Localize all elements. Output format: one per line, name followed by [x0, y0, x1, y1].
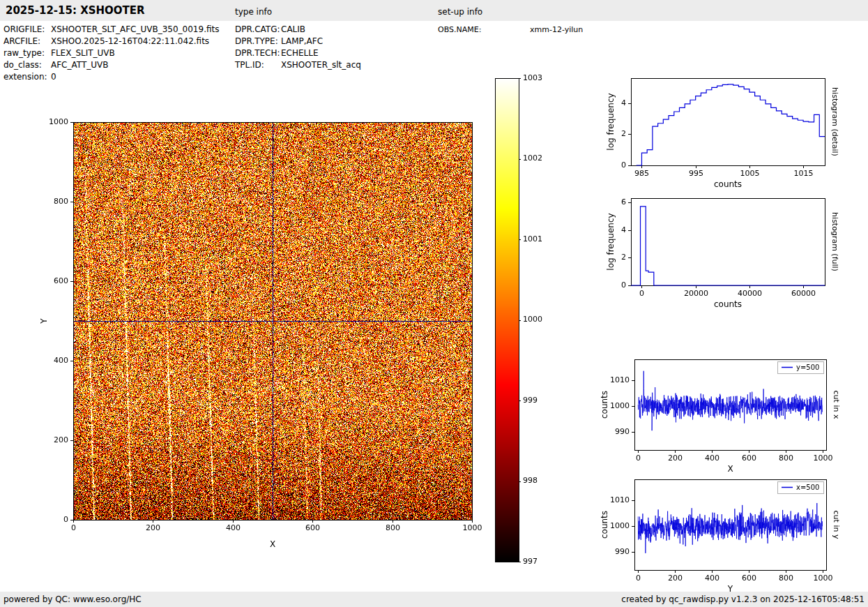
metadata-label: TPL.ID: [235, 59, 281, 71]
detector-image-plot [28, 112, 488, 564]
histogram-full-plot [596, 186, 868, 319]
metadata-value: XSHOOTER_slt_acq [281, 59, 361, 71]
metadata-row: ARCFILE:XSHOO.2025-12-16T04:22:11.042.fi… [3, 36, 219, 47]
metadata-row: DPR.CATG:CALIB [235, 24, 361, 36]
page-title: 2025-12-15: XSHOOTER [6, 4, 145, 17]
footer-right-text: created by qc_rawdisp.py v1.2.3 on 2025-… [621, 594, 865, 604]
metadata-label: do_class: [3, 59, 51, 71]
metadata-label: DPR.TYPE: [235, 36, 281, 47]
metadata-row: TPL.ID:XSHOOTER_slt_acq [235, 59, 361, 71]
metadata-label: ARCFILE: [3, 36, 51, 47]
metadata-label: OBS.NAME: [438, 24, 530, 36]
metadata-row: OBS.NAME:xmm-12-yilun [438, 24, 583, 36]
metadata-value: 0 [51, 71, 56, 83]
metadata-row: ORIGFILE:XSHOOTER_SLT_AFC_UVB_350_0019.f… [3, 24, 219, 36]
metadata-label: ORIGFILE: [3, 24, 51, 36]
type-info-section-label: type info [235, 7, 272, 17]
qc-report-page: { "header": { "title": "2025-12-15: XSHO… [0, 0, 868, 607]
footer-left-text: powered by QC: www.eso.org/HC [3, 594, 142, 604]
setup-info-section-label: set-up info [438, 7, 482, 17]
metadata-label: raw_type: [3, 47, 51, 59]
metadata-label: extension: [3, 71, 51, 83]
metadata-value: ECHELLE [281, 47, 319, 59]
metadata-label: DPR.TECH: [235, 47, 281, 59]
metadata-value: LAMP,AFC [281, 36, 323, 47]
metadata-row: extension:0 [3, 71, 219, 83]
metadata-value: AFC_ATT_UVB [51, 59, 108, 71]
metadata-row: do_class:AFC_ATT_UVB [3, 59, 219, 71]
footer-bar: powered by QC: www.eso.org/HC created by… [0, 592, 868, 607]
colorbar [488, 70, 554, 572]
metadata-value: FLEX_SLIT_UVB [51, 47, 115, 59]
histogram-detail-plot [596, 66, 868, 199]
cut-in-y-plot [596, 467, 868, 604]
metadata-label: DPR.CATG: [235, 24, 281, 36]
metadata-row: DPR.TYPE:LAMP,AFC [235, 36, 361, 47]
metadata-column-setup-info: OBS.NAME:xmm-12-yilun [438, 24, 583, 36]
metadata-row: DPR.TECH:ECHELLE [235, 47, 361, 59]
metadata-value: XSHOOTER_SLT_AFC_UVB_350_0019.fits [51, 24, 219, 36]
metadata-column-files: ORIGFILE:XSHOOTER_SLT_AFC_UVB_350_0019.f… [3, 24, 219, 83]
metadata-row: raw_type:FLEX_SLIT_UVB [3, 47, 219, 59]
cut-in-x-plot [596, 347, 868, 484]
metadata-value: xmm-12-yilun [530, 24, 583, 36]
metadata-value: XSHOO.2025-12-16T04:22:11.042.fits [51, 36, 209, 47]
metadata-value: CALIB [281, 24, 305, 36]
metadata-column-type-info: DPR.CATG:CALIBDPR.TYPE:LAMP,AFCDPR.TECH:… [235, 24, 361, 71]
